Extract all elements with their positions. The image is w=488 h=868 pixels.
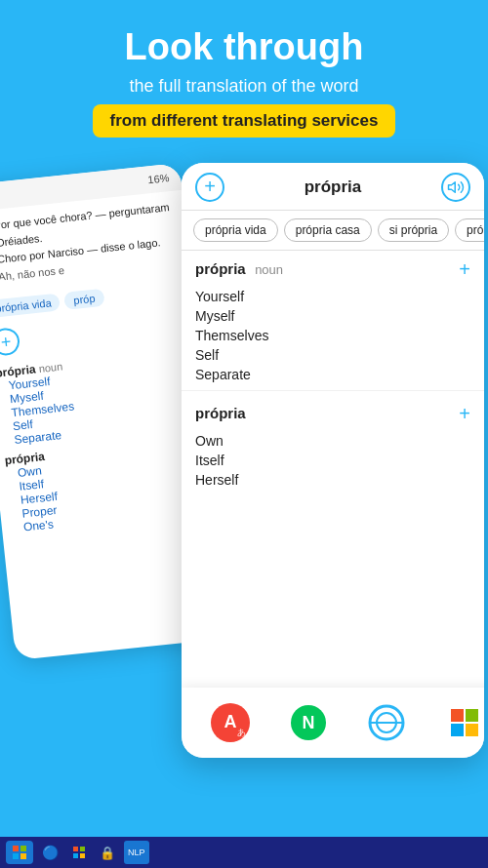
windows-icon[interactable] (442, 700, 484, 745)
taskbar: 🔵 🔒 NLP (0, 837, 488, 868)
bottom-bar: A あ N (182, 688, 484, 758)
fg-sound-btn[interactable] (441, 173, 470, 202)
taskbar-lock[interactable]: 🔒 (95, 841, 120, 864)
trans-item: Herself (195, 470, 470, 490)
naver-icon-svg: N (290, 704, 327, 741)
windows-start-icon (12, 845, 27, 860)
trans-item: Separate (195, 365, 470, 384)
speaker-icon (447, 178, 465, 196)
fg-chip-3[interactable]: si própria (378, 218, 449, 242)
fg-body: própria noun + Yourself Myself Themselve… (182, 251, 484, 758)
trans-header-1: própria noun + (195, 258, 470, 281)
trans-word-2: própria (195, 405, 246, 422)
trans-item: Self (195, 345, 470, 365)
svg-rect-24 (80, 853, 85, 858)
svg-text:N: N (303, 713, 315, 732)
svg-marker-0 (449, 182, 456, 193)
trans-items-1: Yourself Myself Themselves Self Separate (182, 285, 484, 386)
trans-header-2: própria + (195, 403, 470, 425)
taskbar-nlp[interactable]: NLP (124, 841, 149, 864)
svg-rect-9 (451, 709, 464, 722)
svg-rect-11 (451, 724, 464, 736)
trans-word-1: própria noun (195, 260, 283, 278)
svg-rect-10 (466, 709, 478, 722)
bg-add-btn[interactable]: + (0, 327, 20, 357)
svg-text:A: A (224, 712, 237, 731)
svg-rect-17 (13, 846, 19, 851)
a-icon-svg: A あ (210, 702, 251, 743)
fg-chip-2[interactable]: própria casa (284, 218, 372, 242)
svg-text:あ: あ (237, 728, 246, 737)
fg-chip-1[interactable]: própria vida (193, 218, 278, 242)
orbis-icon[interactable] (364, 700, 409, 745)
fg-topbar: + própria (182, 163, 484, 211)
fg-chip-4[interactable]: própria c (455, 218, 484, 242)
main-subtitle: the full translation of the word (20, 76, 468, 97)
taskbar-start[interactable] (6, 841, 33, 864)
fg-chips-row: própria vida própria casa si própria pró… (182, 211, 484, 251)
section-divider (182, 390, 484, 391)
trans-add-btn-2[interactable]: + (459, 403, 470, 425)
svg-rect-23 (73, 853, 78, 858)
trans-items-2: Own Itself Herself (182, 429, 484, 492)
taskbar-win-icon (72, 846, 86, 859)
orbis-icon-svg (368, 704, 405, 741)
svg-rect-20 (20, 853, 26, 859)
phone-area: 2:02 16% — Por que você chora? — pergunt… (0, 163, 488, 777)
windows-icon-svg (449, 707, 480, 738)
fg-add-btn[interactable]: + (195, 173, 224, 202)
bg-chip-2: próp (64, 289, 105, 310)
trans-item: Yourself (195, 287, 470, 306)
taskbar-browser[interactable]: 🔵 (37, 841, 63, 864)
trans-section-1: própria noun + (182, 251, 484, 285)
main-title: Look through (20, 27, 468, 68)
trans-section-2: própria + (182, 395, 484, 429)
highlight-banner: from different translating services (93, 104, 396, 138)
svg-rect-22 (80, 847, 85, 851)
taskbar-windows[interactable] (67, 841, 91, 864)
svg-rect-18 (20, 846, 26, 851)
svg-rect-12 (466, 724, 478, 736)
trans-item: Own (195, 431, 470, 451)
fg-word: própria (305, 178, 362, 197)
trans-item: Itself (195, 451, 470, 470)
bg-text-line1: — Por que você chora? — perguntaram as O… (0, 198, 181, 287)
trans-add-btn-1[interactable]: + (459, 258, 470, 281)
trans-item: Myself (195, 306, 470, 326)
naver-icon[interactable]: N (286, 700, 331, 745)
svg-rect-19 (13, 853, 19, 859)
svg-rect-21 (73, 847, 78, 851)
trans-item: Themselves (195, 326, 470, 345)
top-section: Look through the full translation of the… (0, 0, 488, 153)
bg-battery: 16% (147, 172, 170, 185)
bg-chip-1: própria vida (0, 294, 61, 319)
a-translate-icon[interactable]: A あ (208, 700, 253, 745)
fg-phone: + própria própria vida própria casa si p… (182, 163, 484, 758)
